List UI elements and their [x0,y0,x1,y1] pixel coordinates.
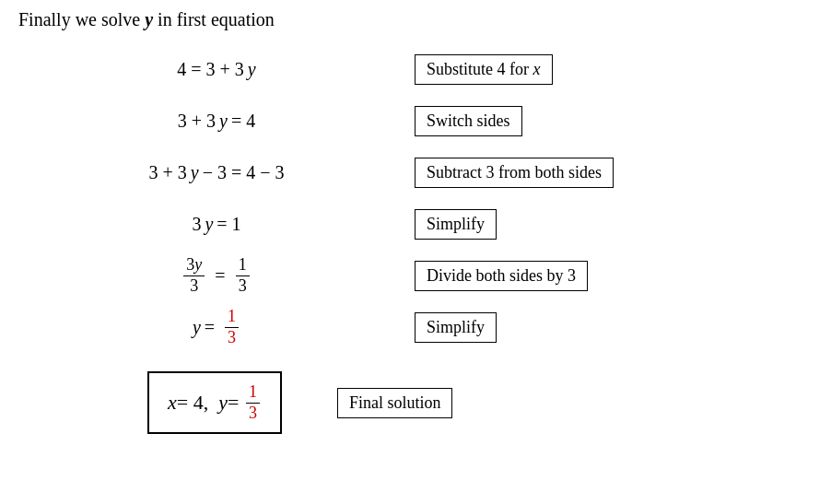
step-label-4: Simplify [415,209,497,240]
step-row-4: 3y = 1 Simplify [18,202,813,246]
final-frac: 1 3 [246,382,260,423]
step-label-2: Switch sides [415,106,522,136]
step-row-2: 3 + 3y = 4 Switch sides [18,99,813,143]
final-label-col: Final solution [337,388,453,418]
step-label-1: Substitute 4 for x [415,54,553,85]
final-box: x = 4, y = 1 3 [147,371,282,434]
intro-text: Finally we solve y in first equation [18,9,813,30]
label-col-6: Simplify [415,312,813,343]
step-row-6: y = 1 3 Simplify [18,305,813,349]
step-label-6: Simplify [415,312,497,343]
frac-y-result: 1 3 [225,307,239,347]
math-expr-3: 3 + 3y − 3 = 4 − 3 [18,162,415,183]
frac-3y-3: 3y 3 [183,255,205,296]
label-col-5: Divide both sides by 3 [415,261,813,291]
math-expr-6: y = 1 3 [18,307,415,347]
label-col-3: Subtract 3 from both sides [415,158,813,188]
label-col-1: Substitute 4 for x [415,54,813,85]
math-expr-5: 3y 3 = 1 3 [18,255,415,296]
final-row: x = 4, y = 1 3 Final solution [18,371,813,434]
step-label-3: Subtract 3 from both sides [415,158,614,188]
step-row-1: 4 = 3 + 3y Substitute 4 for x [18,47,813,91]
math-expr-4: 3y = 1 [18,214,415,235]
step-row-5: 3y 3 = 1 3 Divide both sides by 3 [18,253,813,298]
label-col-2: Switch sides [415,106,813,136]
frac-1-3: 1 3 [236,255,250,296]
step-label-5: Divide both sides by 3 [415,261,588,291]
math-expr-1: 4 = 3 + 3y [18,59,415,80]
label-col-4: Simplify [415,209,813,240]
final-solution-label: Final solution [337,388,453,418]
math-expr-2: 3 + 3y = 4 [18,111,415,132]
step-row-3: 3 + 3y − 3 = 4 − 3 Subtract 3 from both … [18,150,813,194]
